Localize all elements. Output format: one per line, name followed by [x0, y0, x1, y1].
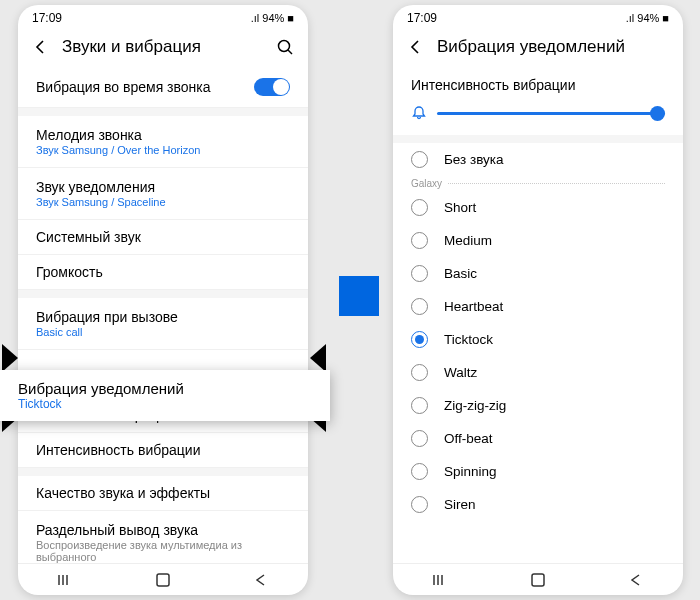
divider	[18, 290, 308, 298]
radio-icon[interactable]	[411, 232, 428, 249]
subtext: Звук Samsung / Over the Horizon	[36, 144, 290, 156]
intensity-section: Интенсивность вибрации	[393, 67, 683, 135]
label: Вибрация во время звонка	[36, 79, 254, 95]
svg-point-0	[279, 41, 290, 52]
option-label: Heartbeat	[444, 299, 503, 314]
nav-recents-icon[interactable]	[57, 573, 75, 587]
label: Раздельный вывод звука	[36, 522, 290, 538]
option-label: Medium	[444, 233, 492, 248]
divider	[18, 108, 308, 116]
row-system-sound[interactable]: Системный звук	[18, 220, 308, 255]
status-time: 17:09	[407, 11, 437, 25]
row-intensity[interactable]: Интенсивность вибрации	[18, 433, 308, 468]
slider-track[interactable]	[437, 112, 665, 115]
back-icon[interactable]	[407, 39, 423, 55]
radio-icon[interactable]	[411, 331, 428, 348]
battery-icon: ■	[287, 12, 294, 24]
label: Интенсивность вибрации	[36, 442, 290, 458]
radio-list: ShortMediumBasicHeartbeatTicktockWaltzZi…	[393, 191, 683, 521]
radio-icon[interactable]	[411, 298, 428, 315]
option-label: Basic	[444, 266, 477, 281]
settings-list: Вибрация во время звонка Мелодия звонка …	[18, 67, 308, 563]
label: Качество звука и эффекты	[36, 485, 290, 501]
row-call-vibration[interactable]: Вибрация при вызове Basic call	[18, 298, 308, 350]
arrow-block	[339, 276, 379, 316]
header-left: Звуки и вибрация	[18, 27, 308, 67]
option-silent[interactable]: Без звука	[393, 143, 683, 176]
nav-home-icon[interactable]	[529, 573, 547, 587]
option-label: Без звука	[444, 152, 504, 167]
status-icons: .ıl 94% ■	[626, 12, 669, 24]
vibration-picker: Интенсивность вибрации Без звука Galaxy …	[393, 67, 683, 563]
highlighted-row-notif-vibration[interactable]: Вибрация уведомлений Ticktock	[0, 370, 330, 421]
option-basic[interactable]: Basic	[393, 257, 683, 290]
row-quality[interactable]: Качество звука и эффекты	[18, 476, 308, 511]
option-siren[interactable]: Siren	[393, 488, 683, 521]
row-vibrate-on-ring[interactable]: Вибрация во время звонка	[18, 67, 308, 108]
header-right: Вибрация уведомлений	[393, 27, 683, 67]
callout-triangle-icon	[310, 344, 326, 372]
toggle-switch[interactable]	[254, 78, 290, 96]
option-heartbeat[interactable]: Heartbeat	[393, 290, 683, 323]
option-label: Siren	[444, 497, 476, 512]
radio-icon[interactable]	[411, 430, 428, 447]
divider	[393, 135, 683, 143]
label: Системный звук	[36, 229, 290, 245]
subtext: Basic call	[36, 326, 290, 338]
phone-right: 17:09 .ıl 94% ■ Вибрация уведомлений Инт…	[393, 5, 683, 595]
battery-text: 94%	[262, 12, 284, 24]
option-short[interactable]: Short	[393, 191, 683, 224]
radio-icon[interactable]	[411, 265, 428, 282]
option-label: Ticktock	[444, 332, 493, 347]
slider-thumb[interactable]	[650, 106, 665, 121]
page-title: Звуки и вибрация	[62, 37, 262, 57]
status-bar: 17:09 .ıl 94% ■	[18, 5, 308, 27]
radio-icon[interactable]	[411, 496, 428, 513]
label: Мелодия звонка	[36, 127, 290, 143]
search-icon[interactable]	[276, 38, 294, 56]
battery-text: 94%	[637, 12, 659, 24]
row-volume[interactable]: Громкость	[18, 255, 308, 290]
back-icon[interactable]	[32, 39, 48, 55]
option-label: Off-beat	[444, 431, 493, 446]
label: Вибрация уведомлений	[18, 380, 312, 397]
radio-icon[interactable]	[411, 463, 428, 480]
group-label: Galaxy	[393, 176, 683, 191]
status-bar: 17:09 .ıl 94% ■	[393, 5, 683, 27]
row-separate-audio[interactable]: Раздельный вывод звука Воспроизведение з…	[18, 511, 308, 563]
label: Громкость	[36, 264, 290, 280]
nav-recents-icon[interactable]	[432, 573, 450, 587]
intensity-slider[interactable]	[411, 105, 665, 121]
option-medium[interactable]: Medium	[393, 224, 683, 257]
option-spinning[interactable]: Spinning	[393, 455, 683, 488]
nav-back-icon[interactable]	[626, 573, 644, 587]
option-label: Zig-zig-zig	[444, 398, 506, 413]
nav-home-icon[interactable]	[154, 573, 172, 587]
option-waltz[interactable]: Waltz	[393, 356, 683, 389]
row-ringtone[interactable]: Мелодия звонка Звук Samsung / Over the H…	[18, 116, 308, 168]
option-zig-zig-zig[interactable]: Zig-zig-zig	[393, 389, 683, 422]
label: Вибрация при вызове	[36, 309, 290, 325]
nav-bar	[18, 563, 308, 595]
radio-icon[interactable]	[411, 364, 428, 381]
intensity-label: Интенсивность вибрации	[411, 77, 665, 93]
svg-rect-1	[157, 574, 169, 586]
radio-icon[interactable]	[411, 397, 428, 414]
radio-icon[interactable]	[411, 151, 428, 168]
option-ticktock[interactable]: Ticktock	[393, 323, 683, 356]
svg-rect-2	[532, 574, 544, 586]
row-notif-sound[interactable]: Звук уведомления Звук Samsung / Spacelin…	[18, 168, 308, 220]
nav-back-icon[interactable]	[251, 573, 269, 587]
subtext: Воспроизведение звука мультимедиа из выб…	[36, 539, 290, 563]
subtext: Ticktock	[18, 397, 312, 411]
battery-icon: ■	[662, 12, 669, 24]
option-label: Waltz	[444, 365, 477, 380]
divider	[18, 468, 308, 476]
status-time: 17:09	[32, 11, 62, 25]
option-off-beat[interactable]: Off-beat	[393, 422, 683, 455]
callout-triangle-icon	[2, 344, 18, 372]
radio-icon[interactable]	[411, 199, 428, 216]
nav-bar	[393, 563, 683, 595]
signal-icon: .ıl	[626, 12, 635, 24]
status-icons: .ıl 94% ■	[251, 12, 294, 24]
